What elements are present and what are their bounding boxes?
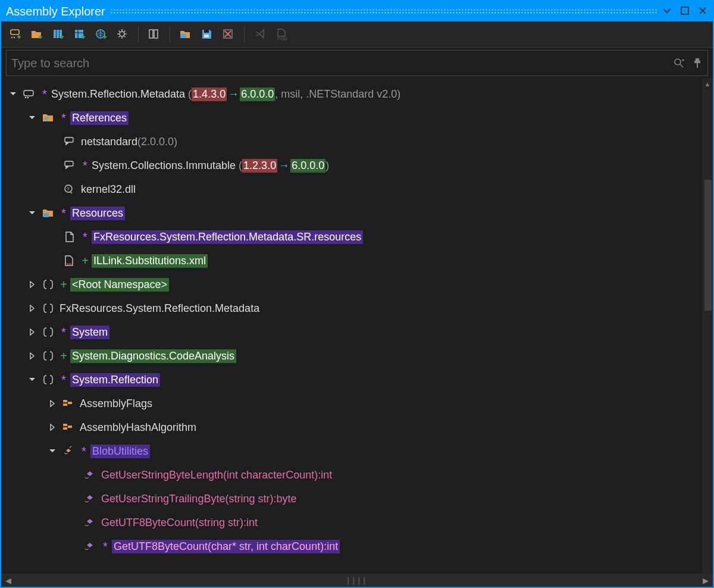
close-icon[interactable] bbox=[699, 7, 708, 16]
expand-toggle-icon[interactable] bbox=[27, 351, 37, 361]
hscroll-track[interactable]: ┃┃┃┃ bbox=[15, 576, 699, 584]
tree-item-resources[interactable]: * Resources bbox=[1, 201, 713, 225]
window-menu-chevron-icon[interactable] bbox=[663, 7, 672, 16]
svg-rect-4 bbox=[54, 30, 56, 38]
svg-rect-1 bbox=[11, 30, 19, 35]
scroll-left-arrow-icon[interactable]: ◀ bbox=[1, 576, 15, 585]
maximize-icon[interactable] bbox=[681, 7, 690, 16]
tree-item-method[interactable]: * GetUTF8ByteCount(char* str, int charCo… bbox=[1, 534, 713, 558]
expand-toggle-icon[interactable] bbox=[48, 446, 57, 456]
svg-rect-13 bbox=[204, 30, 209, 33]
tree-item-method[interactable]: GetUserStringTrailingByte(string str):by… bbox=[1, 487, 713, 511]
vs-button[interactable] bbox=[252, 26, 268, 43]
search-icon[interactable] bbox=[673, 57, 685, 69]
svg-point-17 bbox=[675, 59, 681, 65]
pin-icon[interactable] bbox=[692, 57, 703, 69]
tree-item-ns-system[interactable]: * System bbox=[1, 320, 713, 344]
svg-text:XML: XML bbox=[64, 262, 73, 267]
tree-item-ns-root[interactable]: + <Root Namespace> bbox=[1, 273, 713, 296]
tree-item-type-assemblyflags[interactable]: AssemblyFlags bbox=[1, 392, 713, 415]
pdb-button[interactable]: PDB bbox=[273, 26, 290, 43]
scroll-up-arrow-icon[interactable]: ▲ bbox=[702, 79, 713, 89]
folder-res-icon bbox=[42, 207, 55, 220]
horizontal-scrollbar[interactable]: ◀ ┃┃┃┃ ▶ bbox=[1, 574, 713, 587]
add-assembly-button[interactable] bbox=[50, 26, 67, 43]
window: Assembly Explorer PDB bbox=[0, 0, 714, 588]
type-label: AssemblyHashAlgorithm bbox=[80, 421, 196, 434]
svg-point-20 bbox=[25, 97, 27, 99]
reference-icon bbox=[63, 135, 76, 148]
modified-marker-icon: * bbox=[60, 373, 68, 387]
enum-icon bbox=[62, 421, 75, 434]
toolbar-separator bbox=[170, 26, 170, 43]
expand-toggle-icon[interactable] bbox=[8, 89, 18, 99]
title-drag-dots-icon[interactable] bbox=[110, 8, 657, 14]
expand-toggle-icon[interactable] bbox=[48, 423, 57, 432]
modified-marker-icon: * bbox=[101, 540, 109, 553]
version-old: 1.4.3.0 bbox=[192, 87, 227, 101]
open-folder-button[interactable] bbox=[29, 26, 45, 43]
namespace-icon bbox=[42, 302, 55, 315]
method-icon bbox=[83, 492, 96, 505]
title-bar: Assembly Explorer bbox=[1, 1, 713, 21]
scrollbar-thumb[interactable] bbox=[704, 180, 712, 311]
save-button[interactable] bbox=[199, 26, 215, 43]
tree-item-ns-diag[interactable]: + System.Diagnostics.CodeAnalysis bbox=[1, 344, 713, 368]
svg-rect-29 bbox=[63, 404, 67, 406]
added-marker-icon: + bbox=[81, 254, 89, 268]
tree-item-ns-reflection[interactable]: * System.Reflection bbox=[1, 368, 713, 392]
svg-point-9 bbox=[120, 32, 124, 36]
svg-rect-14 bbox=[204, 35, 209, 37]
svg-text:?: ? bbox=[67, 186, 70, 192]
tree-item-method[interactable]: GetUTF8ByteCount(string str):int bbox=[1, 511, 713, 534]
added-marker-icon: + bbox=[60, 278, 68, 292]
ref-name: kernel32.dll bbox=[81, 183, 136, 196]
vertical-scrollbar[interactable]: ▲ bbox=[702, 79, 713, 574]
tree-item-ref-kernel32[interactable]: ? kernel32.dll bbox=[1, 177, 713, 201]
tree-item-type-blobutilities[interactable]: * BlobUtilities bbox=[1, 439, 713, 463]
method-signature: GetUserStringByteLength(int characterCou… bbox=[101, 469, 332, 481]
tree-item-type-hashalg[interactable]: AssemblyHashAlgorithm bbox=[1, 415, 713, 439]
method-signature: GetUserStringTrailingByte(string str):by… bbox=[101, 493, 296, 505]
tree-item-resource-sr[interactable]: * FxResources.System.Reflection.Metadata… bbox=[1, 225, 713, 249]
ref-name: netstandard bbox=[81, 136, 137, 148]
remove-button[interactable] bbox=[220, 26, 237, 43]
expand-toggle-icon[interactable] bbox=[27, 113, 37, 123]
svg-point-18 bbox=[682, 59, 684, 61]
search-input[interactable] bbox=[11, 57, 673, 70]
tree-item-ref-netstandard[interactable]: netstandard (2.0.0.0) bbox=[1, 130, 713, 154]
method-icon bbox=[83, 468, 96, 481]
resources-label: Resources bbox=[70, 207, 125, 220]
settings-button[interactable] bbox=[114, 26, 131, 43]
add-package-button[interactable] bbox=[71, 26, 88, 43]
add-globe-button[interactable] bbox=[93, 26, 109, 43]
scroll-right-arrow-icon[interactable]: ▶ bbox=[699, 576, 713, 585]
namespace-label: System.Diagnostics.CodeAnalysis bbox=[70, 349, 236, 363]
references-label: References bbox=[70, 111, 129, 125]
expand-toggle-icon[interactable] bbox=[27, 375, 37, 384]
tree-item-resource-illink[interactable]: XML + ILLink.Substitutions.xml bbox=[1, 249, 713, 273]
tree-item-method[interactable]: GetUserStringByteLength(int characterCou… bbox=[1, 463, 713, 487]
tree-item-ns-fxresources[interactable]: FxResources.System.Reflection.Metadata bbox=[1, 296, 713, 320]
expand-toggle-icon[interactable] bbox=[27, 208, 37, 218]
navigate-button[interactable] bbox=[146, 26, 162, 43]
tree-item-ref-immutable[interactable]: * System.Collections.Immutable ( 1.2.3.0… bbox=[1, 154, 713, 177]
ref-name: System.Collections.Immutable bbox=[92, 159, 236, 172]
add-type-button[interactable] bbox=[7, 26, 24, 43]
expand-toggle-icon[interactable] bbox=[27, 327, 37, 337]
expand-toggle-icon[interactable] bbox=[27, 280, 37, 289]
window-title: Assembly Explorer bbox=[6, 5, 105, 18]
expand-toggle-icon[interactable] bbox=[27, 304, 37, 313]
tree-item-references[interactable]: * References bbox=[1, 106, 713, 130]
expand-toggle-icon[interactable] bbox=[48, 399, 57, 408]
tree-item-assembly[interactable]: * System.Reflection.Metadata ( 1.4.3.0 →… bbox=[1, 82, 713, 106]
modified-marker-icon: * bbox=[60, 326, 68, 339]
namespace-icon bbox=[42, 373, 55, 386]
svg-rect-10 bbox=[149, 30, 153, 38]
svg-rect-30 bbox=[68, 402, 72, 404]
modified-marker-icon: * bbox=[60, 207, 68, 220]
export-folder-button[interactable] bbox=[177, 26, 194, 43]
method-signature: GetUTF8ByteCount(string str):int bbox=[101, 517, 258, 529]
svg-rect-26 bbox=[43, 213, 49, 217]
svg-rect-32 bbox=[63, 427, 67, 430]
